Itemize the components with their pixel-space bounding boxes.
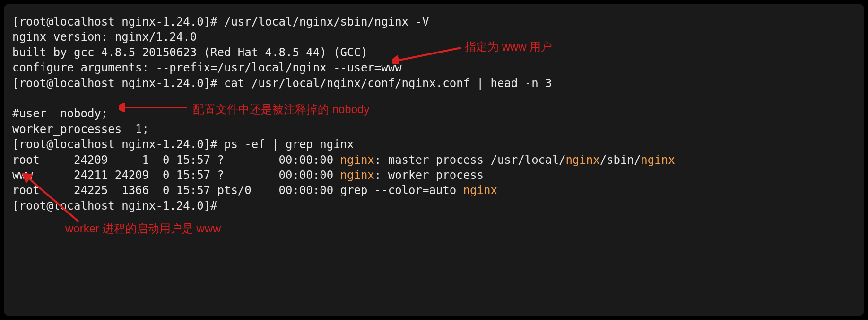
ps-output: : master process /usr/local/ [374,153,566,167]
prompt: [root@localhost nginx-1.24.0]# [12,77,224,90]
output-text: built by gcc 4.8.5 20150623 (Red Hat 4.8… [12,46,367,59]
terminal-line: [root@localhost nginx-1.24.0]# ps -ef | … [12,137,856,152]
terminal-line [12,91,856,106]
prompt: [root@localhost nginx-1.24.0]# [12,138,224,151]
annotation-label: 指定为 www 用户 [465,39,552,54]
highlight-nginx: nginx [463,184,497,197]
annotation-text: 指定为 www 用户 [465,40,552,53]
prompt: [root@localhost nginx-1.24.0]# [12,15,224,28]
highlight-nginx: nginx [565,153,599,167]
output-text: nginx version: nginx/1.24.0 [12,30,197,44]
annotation-text: worker 进程的启动用户是 www [65,222,221,235]
highlight-nginx: nginx [340,153,374,167]
terminal-line: nginx version: nginx/1.24.0 [12,29,856,44]
terminal-line: built by gcc 4.8.5 20150623 (Red Hat 4.8… [12,45,856,60]
ps-output: : worker process [374,169,484,182]
ps-output: /sbin/ [600,153,641,167]
highlight-nginx: nginx [641,153,675,167]
command-text: ps -ef | grep nginx [224,138,354,151]
terminal-line: root 24225 1366 0 15:57 pts/0 00:00:00 g… [12,183,856,198]
terminal-line: www 24211 24209 0 15:57 ? 00:00:00 nginx… [12,168,856,183]
terminal-window[interactable]: [root@localhost nginx-1.24.0]# /usr/loca… [4,4,864,316]
command-text: /usr/local/nginx/sbin/nginx -V [224,15,429,28]
annotation-label: 配置文件中还是被注释掉的 nobody [193,102,369,117]
terminal-line: configure arguments: --prefix=/usr/local… [12,60,856,75]
terminal-line: [root@localhost nginx-1.24.0]# /usr/loca… [12,14,856,29]
annotation-label: worker 进程的启动用户是 www [65,221,221,236]
command-text: cat /usr/local/nginx/conf/nginx.conf | h… [224,77,552,90]
terminal-line: [root@localhost nginx-1.24.0]# [12,198,856,213]
terminal-line: [root@localhost nginx-1.24.0]# cat /usr/… [12,76,856,91]
ps-output: www 24211 24209 0 15:57 ? 00:00:00 [12,169,340,182]
annotation-text: 配置文件中还是被注释掉的 nobody [193,103,369,116]
terminal-line: worker_processes 1; [12,122,856,137]
ps-output: root 24225 1366 0 15:57 pts/0 00:00:00 g… [12,184,463,197]
highlight-nginx: nginx [340,169,374,182]
terminal-line: #user nobody; [12,106,856,121]
output-text: configure arguments: --prefix=/usr/local… [12,61,402,74]
prompt: [root@localhost nginx-1.24.0]# [12,199,224,213]
output-text: #user nobody; [12,107,108,120]
ps-output: root 24209 1 0 15:57 ? 00:00:00 [12,153,340,167]
terminal-line: root 24209 1 0 15:57 ? 00:00:00 nginx: m… [12,152,856,168]
output-text: worker_processes 1; [12,123,149,136]
